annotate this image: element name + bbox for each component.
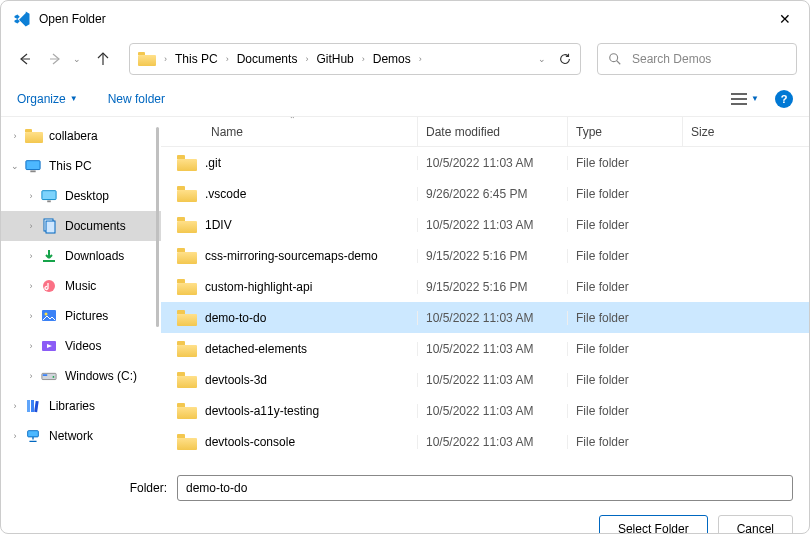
breadcrumb-bar[interactable]: › This PC › Documents › GitHub › Demos ›…: [129, 43, 581, 75]
file-name: 1DIV: [205, 218, 232, 232]
chevron-right-icon: ›: [226, 54, 229, 64]
list-row[interactable]: custom-highlight-api9/15/2022 5:16 PMFil…: [161, 271, 809, 302]
tree-item[interactable]: ›Music: [1, 271, 161, 301]
file-date: 10/5/2022 11:03 AM: [417, 311, 567, 325]
svg-point-7: [43, 280, 55, 292]
select-folder-button[interactable]: Select Folder: [599, 515, 708, 534]
list-row[interactable]: devtools-console10/5/2022 11:03 AMFile f…: [161, 426, 809, 457]
breadcrumb-segment[interactable]: Documents: [237, 52, 298, 66]
network-icon: [25, 428, 41, 444]
help-button[interactable]: ?: [775, 90, 793, 108]
column-date[interactable]: Date modified: [417, 117, 567, 146]
tree-item[interactable]: ›Windows (C:): [1, 361, 161, 391]
svg-rect-4: [47, 200, 51, 202]
folder-icon: [177, 186, 197, 202]
music-icon: [41, 278, 57, 294]
expand-chevron-icon[interactable]: ›: [25, 311, 37, 321]
back-button[interactable]: [13, 43, 37, 75]
expand-chevron-icon[interactable]: ›: [25, 371, 37, 381]
column-name[interactable]: Name⌃: [161, 117, 417, 146]
folder-input[interactable]: [177, 475, 793, 501]
view-options-button[interactable]: ▼: [731, 92, 759, 106]
file-list[interactable]: Name⌃ Date modified Type Size .git10/5/2…: [161, 117, 809, 467]
svg-rect-1: [26, 161, 40, 170]
nav-tree[interactable]: ›collabera⌄This PC›Desktop›Documents›Dow…: [1, 117, 161, 467]
cancel-button[interactable]: Cancel: [718, 515, 793, 534]
tree-scrollbar[interactable]: [156, 127, 159, 327]
forward-button[interactable]: [43, 43, 67, 75]
tree-item[interactable]: ›Desktop: [1, 181, 161, 211]
file-date: 9/15/2022 5:16 PM: [417, 280, 567, 294]
sort-indicator-icon: ⌃: [289, 117, 296, 124]
file-date: 10/5/2022 11:03 AM: [417, 373, 567, 387]
expand-chevron-icon[interactable]: ›: [25, 281, 37, 291]
chevron-right-icon: ›: [362, 54, 365, 64]
downloads-icon: [41, 248, 57, 264]
column-type[interactable]: Type: [567, 117, 682, 146]
tree-item-label: Documents: [65, 219, 126, 233]
expand-chevron-icon[interactable]: ›: [25, 191, 37, 201]
list-row[interactable]: .vscode9/26/2022 6:45 PMFile folder: [161, 178, 809, 209]
new-folder-button[interactable]: New folder: [108, 92, 165, 106]
tree-item[interactable]: ›Libraries: [1, 391, 161, 421]
file-name: custom-highlight-api: [205, 280, 312, 294]
list-row[interactable]: devtools-3d10/5/2022 11:03 AMFile folder: [161, 364, 809, 395]
breadcrumb-dropdown[interactable]: ⌄: [538, 54, 546, 64]
file-type: File folder: [567, 311, 682, 325]
tree-item[interactable]: ›Pictures: [1, 301, 161, 331]
drive-icon: [41, 368, 57, 384]
svg-rect-17: [28, 431, 39, 437]
file-date: 10/5/2022 11:03 AM: [417, 218, 567, 232]
svg-rect-14: [27, 400, 30, 412]
tree-item[interactable]: ›collabera: [1, 121, 161, 151]
recent-locations-button[interactable]: ⌄: [73, 54, 85, 64]
chevron-right-icon: ›: [305, 54, 308, 64]
breadcrumb-segment[interactable]: This PC: [175, 52, 218, 66]
folder-icon: [25, 128, 41, 144]
breadcrumb-segment[interactable]: GitHub: [316, 52, 353, 66]
svg-point-13: [53, 376, 55, 378]
list-row[interactable]: detached-elements10/5/2022 11:03 AMFile …: [161, 333, 809, 364]
file-date: 9/15/2022 5:16 PM: [417, 249, 567, 263]
expand-chevron-icon[interactable]: ⌄: [9, 161, 21, 171]
file-name: devtools-console: [205, 435, 295, 449]
tree-item[interactable]: ›Network: [1, 421, 161, 451]
refresh-button[interactable]: [558, 52, 572, 66]
close-button[interactable]: ✕: [773, 11, 797, 27]
tree-item-label: This PC: [49, 159, 92, 173]
vscode-icon: [13, 10, 31, 28]
expand-chevron-icon[interactable]: ›: [25, 341, 37, 351]
list-row[interactable]: demo-to-do10/5/2022 11:03 AMFile folder: [161, 302, 809, 333]
breadcrumb-segment[interactable]: Demos: [373, 52, 411, 66]
expand-chevron-icon[interactable]: ›: [9, 131, 21, 141]
list-row[interactable]: css-mirroring-sourcemaps-demo9/15/2022 5…: [161, 240, 809, 271]
tree-item[interactable]: ⌄This PC: [1, 151, 161, 181]
up-button[interactable]: [91, 43, 115, 75]
expand-chevron-icon[interactable]: ›: [25, 221, 37, 231]
file-type: File folder: [567, 404, 682, 418]
file-type: File folder: [567, 187, 682, 201]
list-row[interactable]: 1DIV10/5/2022 11:03 AMFile folder: [161, 209, 809, 240]
list-row[interactable]: devtools-a11y-testing10/5/2022 11:03 AMF…: [161, 395, 809, 426]
list-row[interactable]: .git10/5/2022 11:03 AMFile folder: [161, 147, 809, 178]
organize-button[interactable]: Organize ▼: [17, 92, 78, 106]
tree-item[interactable]: ›Documents: [1, 211, 161, 241]
search-box[interactable]: Search Demos: [597, 43, 797, 75]
expand-chevron-icon[interactable]: ›: [9, 431, 21, 441]
file-name: css-mirroring-sourcemaps-demo: [205, 249, 378, 263]
tree-item-label: Libraries: [49, 399, 95, 413]
search-placeholder: Search Demos: [632, 52, 711, 66]
expand-chevron-icon[interactable]: ›: [9, 401, 21, 411]
tree-item[interactable]: ›Videos: [1, 331, 161, 361]
tree-item[interactable]: ›Downloads: [1, 241, 161, 271]
expand-chevron-icon[interactable]: ›: [25, 251, 37, 261]
column-size[interactable]: Size: [682, 117, 762, 146]
file-date: 10/5/2022 11:03 AM: [417, 404, 567, 418]
tree-item-label: collabera: [49, 129, 98, 143]
svg-rect-12: [43, 374, 47, 376]
file-name: devtools-a11y-testing: [205, 404, 319, 418]
folder-icon: [177, 403, 197, 419]
svg-rect-3: [42, 191, 56, 200]
file-date: 9/26/2022 6:45 PM: [417, 187, 567, 201]
folder-label: Folder:: [17, 481, 167, 495]
